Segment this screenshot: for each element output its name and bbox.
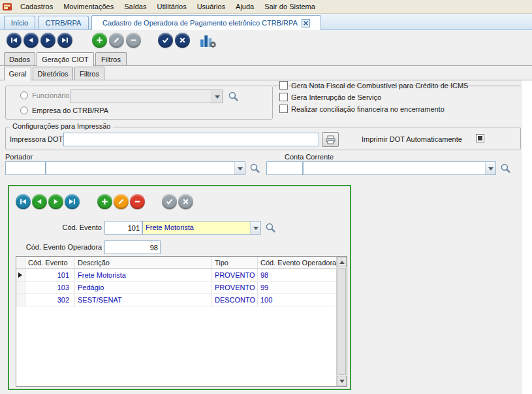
- tab-inicio-label: Início: [11, 19, 28, 27]
- cancel-button[interactable]: [175, 33, 190, 48]
- first-record-button[interactable]: [7, 33, 22, 48]
- conciliacao-checkbox[interactable]: [279, 105, 288, 113]
- cod-evento-combobox[interactable]: Frete Motorista: [142, 221, 261, 235]
- tab-dados[interactable]: Dados: [4, 52, 35, 65]
- delete-record-button[interactable]: [126, 33, 141, 48]
- table-row[interactable]: 101 Frete Motorista PROVENTO 98: [16, 269, 347, 282]
- portador-code-input[interactable]: [5, 161, 46, 175]
- col-header-cod-evento-operadora[interactable]: Cód. Evento Operadora: [258, 257, 336, 269]
- edit-record-button[interactable]: [109, 33, 124, 48]
- imprimir-dot-checkbox[interactable]: [476, 134, 484, 142]
- tab-geral[interactable]: Geral: [4, 67, 31, 80]
- cod-evento-search-icon[interactable]: [265, 222, 276, 235]
- conta-selected-value: [304, 162, 485, 174]
- evento-last-record-button[interactable]: [65, 194, 80, 209]
- eventos-grid: Cód. Evento Descrição Tipo Cód. Evento O…: [16, 256, 347, 387]
- conta-code-input[interactable]: [266, 161, 303, 175]
- funcionario-combobox[interactable]: [70, 90, 223, 103]
- col-header-cod-evento[interactable]: Cód. Evento: [25, 257, 75, 269]
- tab-filtros[interactable]: Filtros: [95, 52, 127, 65]
- portador-search-icon[interactable]: [249, 163, 260, 175]
- portador-selected-value: [46, 162, 234, 174]
- evento-cancel-button[interactable]: [178, 194, 193, 209]
- chevron-down-icon[interactable]: [485, 162, 495, 174]
- table-row[interactable]: 302 SEST/SENAT DESCONTO 100: [16, 294, 347, 306]
- grid-header: Cód. Evento Descrição Tipo Cód. Evento O…: [16, 257, 347, 269]
- cell-descricao: SEST/SENAT: [75, 294, 212, 306]
- evento-first-record-button[interactable]: [16, 194, 31, 209]
- tab-ctrb-rpa[interactable]: CTRB/RPA: [38, 16, 89, 29]
- cod-evento-operadora-input[interactable]: [104, 240, 161, 254]
- menu-ajuda[interactable]: Ajuda: [230, 0, 259, 14]
- window-tab-bar: Início CTRB/RPA Cadastro de Operadora de…: [0, 14, 532, 30]
- evento-edit-button[interactable]: [114, 194, 129, 209]
- cell-cod-evento: 103: [25, 282, 75, 293]
- printer-button[interactable]: [322, 132, 339, 147]
- cell-cod-evento: 101: [25, 269, 75, 281]
- menu-usuarios[interactable]: Usuários: [192, 0, 230, 14]
- close-tab-icon[interactable]: [302, 19, 310, 27]
- impressao-group-title: Configurações para Impressão: [10, 122, 113, 130]
- col-header-descricao[interactable]: Descrição: [75, 257, 212, 269]
- scroll-down-button[interactable]: [337, 376, 347, 386]
- cell-cod-evento-operadora: 99: [258, 282, 336, 293]
- portador-combobox[interactable]: [46, 161, 245, 175]
- next-record-button[interactable]: [40, 33, 55, 48]
- conta-search-icon[interactable]: [500, 163, 511, 175]
- confirm-button[interactable]: [158, 33, 173, 48]
- cell-descricao: Pedágio: [75, 282, 212, 293]
- evento-insert-button[interactable]: [97, 194, 112, 209]
- menu-utilitarios[interactable]: Utilitários: [151, 0, 191, 14]
- portador-label: Portador: [5, 153, 33, 161]
- tab-diretorios-label: Diretórios: [37, 70, 68, 78]
- tab-cadastro-operadora-label: Cadastro de Operadora de Pagamento eletr…: [102, 19, 298, 27]
- grid-scrollbar[interactable]: [336, 257, 347, 386]
- tab-geracao-ciot[interactable]: Geração CIOT: [37, 52, 94, 66]
- gera-nota-fiscal-checkbox[interactable]: [279, 81, 288, 90]
- evento-next-record-button[interactable]: [48, 194, 63, 209]
- menu-movimentacoes[interactable]: Movimentações: [58, 0, 119, 14]
- current-row-arrow-icon: [18, 272, 22, 278]
- empresa-radio[interactable]: [20, 107, 28, 114]
- gera-interrupcao-checkbox[interactable]: [279, 93, 288, 101]
- tab-inicio[interactable]: Início: [4, 16, 35, 29]
- col-header-tipo[interactable]: Tipo: [212, 257, 258, 269]
- evento-confirm-button[interactable]: [162, 194, 177, 209]
- cell-tipo: DESCONTO: [212, 294, 258, 306]
- report-chart-button[interactable]: [199, 31, 217, 50]
- tab-cadastro-operadora[interactable]: Cadastro de Operadora de Pagamento eletr…: [91, 15, 321, 30]
- empresa-label: Empresa do CTRB/RPA: [32, 107, 108, 114]
- table-row[interactable]: 103 Pedágio PROVENTO 99: [16, 282, 347, 294]
- conta-corrente-label: Conta Corrente: [285, 153, 334, 161]
- tab-diretorios[interactable]: Diretórios: [33, 67, 73, 80]
- scrollbar-thumb[interactable]: [337, 268, 346, 375]
- menu-cadastros[interactable]: Cadastros: [15, 0, 58, 14]
- insert-record-button[interactable]: [92, 33, 107, 48]
- main-toolbar: [0, 30, 532, 52]
- gera-nota-fiscal-label: Gera Nota Fiscal de Combustível para Cré…: [291, 82, 468, 90]
- funcionario-radio[interactable]: [20, 91, 28, 99]
- menu-saidas[interactable]: Saídas: [119, 0, 151, 14]
- conta-combobox[interactable]: [303, 161, 496, 175]
- impressao-groupbox: Configurações para Impressão Impressora …: [5, 127, 521, 150]
- right-margin: [522, 80, 532, 394]
- evento-delete-button[interactable]: [130, 194, 145, 209]
- arrow-up-icon: [339, 258, 345, 264]
- gera-interrupcao-label: Gera Interrupção de Serviço: [291, 93, 381, 101]
- chevron-down-icon[interactable]: [250, 222, 260, 234]
- chevron-down-icon[interactable]: [211, 90, 222, 103]
- chevron-down-icon[interactable]: [234, 162, 245, 174]
- cell-cod-evento-operadora: 98: [258, 269, 336, 281]
- last-record-button[interactable]: [57, 33, 72, 48]
- row-indicator: [16, 269, 25, 281]
- funcionario-search-icon[interactable]: [228, 91, 239, 103]
- cell-tipo: PROVENTO: [212, 269, 258, 281]
- evento-prior-record-button[interactable]: [32, 194, 47, 209]
- tab-filtros-sub[interactable]: Filtros: [74, 67, 104, 80]
- impressora-dot-input[interactable]: [63, 133, 319, 146]
- app-window: Cadastros Movimentações Saídas Utilitári…: [0, 0, 532, 394]
- cod-evento-input[interactable]: [104, 221, 142, 235]
- scroll-up-button[interactable]: [337, 257, 347, 267]
- menu-sair-do-sistema[interactable]: Sair do Sistema: [259, 0, 321, 14]
- prior-record-button[interactable]: [23, 33, 39, 48]
